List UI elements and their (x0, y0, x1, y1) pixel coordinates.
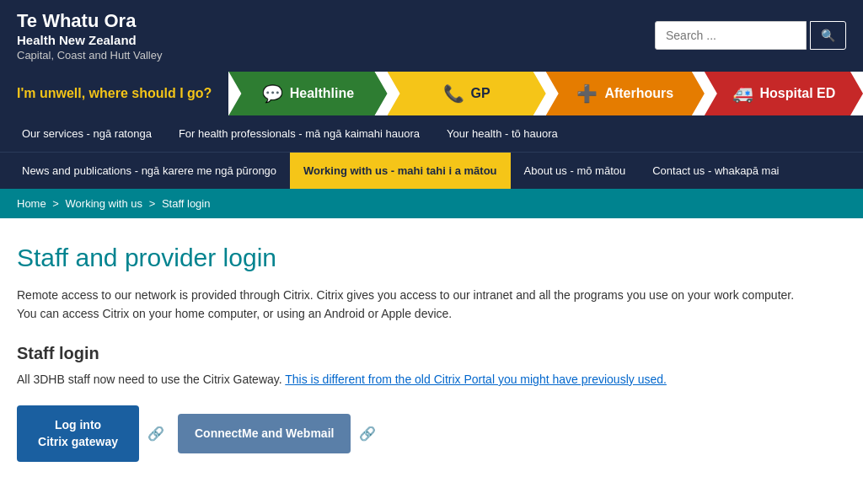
afterhours-label: Afterhours (604, 86, 673, 101)
connectme-button[interactable]: ConnectMe and Webmail (178, 414, 351, 454)
emergency-afterhours[interactable]: ➕ Afterhours (546, 72, 705, 115)
hospital-icon: 🚑 (732, 83, 753, 104)
emergency-label: I'm unwell, where should I go? (0, 72, 228, 115)
citrix-login-button[interactable]: Log intoCitrix gateway (17, 405, 139, 462)
breadcrumb-current: Staff login (162, 197, 211, 210)
logo-region: Capital, Coast and Hutt Valley (17, 49, 162, 62)
nav-news[interactable]: News and publications - ngā karere me ng… (8, 153, 290, 189)
breadcrumb-home[interactable]: Home (17, 197, 46, 210)
intro-text: Remote access to our network is provided… (17, 286, 809, 324)
emergency-hospital[interactable]: 🚑 Hospital ED (705, 72, 863, 115)
connectme-btn-wrapper: ConnectMe and Webmail 🔗 (178, 414, 376, 454)
afterhours-icon: ➕ (576, 83, 598, 104)
emergency-gp[interactable]: 📞 GP (388, 72, 546, 115)
emergency-healthline[interactable]: 💬 Healthline (228, 72, 387, 115)
logo-area: Te Whatu Ora Health New Zealand Capital,… (17, 10, 162, 62)
buttons-row: Log intoCitrix gateway 🔗 ConnectMe and W… (17, 405, 809, 462)
search-input[interactable] (655, 21, 807, 50)
nav-services[interactable]: Our services - ngā ratonga (8, 115, 165, 152)
search-button[interactable]: 🔍 (810, 21, 846, 50)
secondary-nav: News and publications - ngā karere me ng… (0, 152, 863, 189)
nav-health[interactable]: Your health - tō hauora (433, 115, 571, 152)
healthline-icon: 💬 (262, 83, 283, 104)
healthline-label: Healthline (290, 86, 354, 101)
breadcrumb-sep-1: > (52, 197, 62, 210)
staff-login-link[interactable]: This is different from the old Citrix Po… (285, 373, 667, 386)
page-title: Staff and provider login (17, 244, 809, 272)
gp-icon: 📞 (443, 83, 464, 104)
main-content: Staff and provider login Remote access t… (0, 218, 826, 479)
nav-contact[interactable]: Contact us - whakapā mai (639, 153, 792, 189)
citrix-btn-wrapper: Log intoCitrix gateway 🔗 (17, 405, 164, 462)
breadcrumb-sep-2: > (149, 197, 158, 210)
emergency-bar: I'm unwell, where should I go? 💬 Healthl… (0, 72, 863, 115)
staff-login-title: Staff login (17, 344, 809, 363)
site-header: Te Whatu Ora Health New Zealand Capital,… (0, 0, 863, 72)
nav-professionals[interactable]: For health professionals - mā ngā kaimah… (165, 115, 433, 152)
staff-login-desc-before: All 3DHB staff now need to use the Citri… (17, 373, 285, 386)
breadcrumb: Home > Working with us > Staff login (0, 189, 863, 218)
nav-working[interactable]: Working with us - mahi tahi i a mātou (290, 153, 510, 189)
citrix-external-icon: 🔗 (147, 426, 164, 442)
hospital-label: Hospital ED (760, 86, 836, 101)
logo-title: Te Whatu Ora (17, 10, 162, 32)
logo-subtitle: Health New Zealand (17, 32, 162, 49)
staff-login-desc: All 3DHB staff now need to use the Citri… (17, 370, 809, 389)
primary-nav: Our services - ngā ratonga For health pr… (0, 115, 863, 152)
breadcrumb-working[interactable]: Working with us (66, 197, 143, 210)
connectme-external-icon: 🔗 (359, 426, 376, 442)
search-area: 🔍 (655, 21, 846, 50)
nav-about[interactable]: About us - mō mātou (511, 153, 640, 189)
gp-label: GP (471, 86, 490, 101)
